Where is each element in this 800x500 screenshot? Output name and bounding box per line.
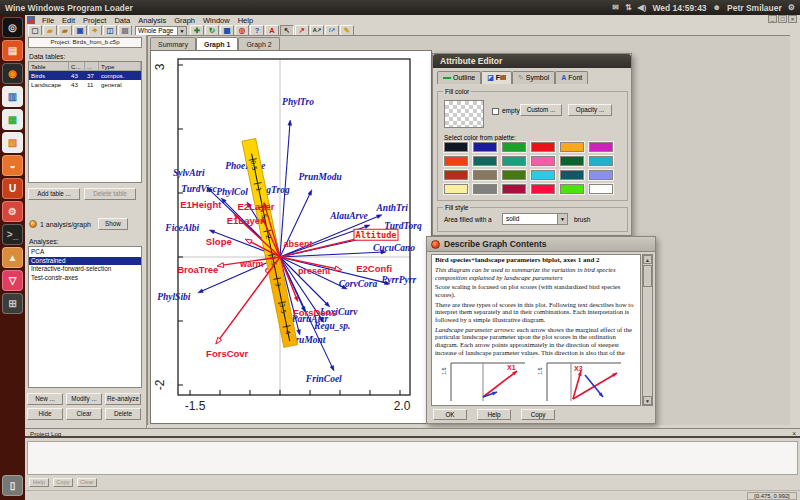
palette-swatch[interactable] (444, 170, 468, 180)
close-icon[interactable] (431, 240, 440, 249)
table-row[interactable]: Birds4337compos. (29, 71, 141, 80)
palette-swatch[interactable] (589, 170, 613, 180)
palette-swatch[interactable] (560, 156, 584, 166)
launcher-canoco[interactable]: ◎ (2, 17, 23, 38)
palette-swatch[interactable] (473, 156, 497, 166)
volume-icon[interactable]: ◀) (638, 3, 647, 12)
palette-swatch[interactable] (560, 170, 584, 180)
table-row[interactable]: Landscape4311general (29, 80, 141, 89)
describe-text-area[interactable]: Bird species+landscape parameters biplot… (431, 254, 641, 406)
palette-swatch[interactable] (531, 156, 555, 166)
clear-button[interactable]: Clear (66, 408, 102, 420)
attr-tab-outline[interactable]: Outline (437, 71, 481, 84)
zoom-combobox[interactable]: Whole Page ▼ (135, 26, 187, 36)
palette-swatch[interactable] (531, 142, 555, 152)
chevron-down-icon[interactable]: ▼ (177, 27, 186, 35)
tab-graph2[interactable]: Graph 2 (238, 37, 279, 50)
palette-swatch[interactable] (560, 184, 584, 194)
palette-swatch[interactable] (531, 184, 555, 194)
analysis-item[interactable]: Constrained (29, 257, 141, 266)
launcher-software-center[interactable]: ◒ (2, 155, 23, 176)
fill-style-select[interactable]: solid ▼ (502, 213, 568, 225)
palette-swatch[interactable] (444, 142, 468, 152)
ok-button[interactable]: OK (433, 409, 467, 420)
menu-project[interactable]: Project (79, 16, 110, 25)
palette-swatch[interactable] (589, 142, 613, 152)
palette-swatch[interactable] (531, 170, 555, 180)
palette-swatch[interactable] (589, 156, 613, 166)
ordination-biplot[interactable]: -1.52.03-2PhylTroPrunModuSylvAtriTurdVis… (151, 51, 433, 425)
show-button[interactable]: Show (98, 218, 128, 230)
delete-button[interactable]: Delete (105, 408, 141, 420)
palette-swatch[interactable] (502, 156, 526, 166)
launcher-terminal[interactable]: >_ (2, 224, 23, 245)
palette-swatch[interactable] (502, 184, 526, 194)
menu-analysis[interactable]: Analysis (134, 16, 170, 25)
launcher-firefox[interactable]: ◉ (2, 63, 23, 84)
data-tables-list[interactable]: TableC......TypeBirds4337compos.Landscap… (28, 61, 142, 183)
palette-swatch[interactable] (589, 184, 613, 194)
close-icon[interactable]: × (792, 429, 796, 438)
chevron-down-icon[interactable]: ▼ (557, 214, 567, 224)
reanalyze-button[interactable]: Re-analyze (105, 393, 141, 405)
fill-preview-swatch[interactable] (444, 100, 484, 128)
palette-swatch[interactable] (473, 142, 497, 152)
new-button[interactable]: New ... (27, 393, 63, 405)
restore-button[interactable]: □ (778, 15, 787, 23)
launcher-files[interactable]: ▤ (2, 40, 23, 61)
palette-swatch[interactable] (473, 184, 497, 194)
describe-dialog-titlebar[interactable]: Describe Graph Contents (427, 237, 655, 252)
attr-tab-font[interactable]: AFont (555, 71, 588, 84)
menu-file[interactable]: File (38, 16, 58, 25)
launcher-wine[interactable]: ▽ (2, 270, 23, 291)
scrollbar-thumb[interactable] (643, 265, 652, 287)
menu-window[interactable]: Window (199, 16, 234, 25)
close-button[interactable]: × (788, 15, 797, 23)
selected-label-altitude[interactable]: Altitude (354, 229, 398, 240)
session-gear-icon[interactable]: ⚙ (788, 3, 795, 12)
network-icon[interactable]: ⇅ (625, 3, 632, 12)
attr-tab-fill[interactable]: ◪Fill (481, 71, 512, 84)
menu-graph[interactable]: Graph (170, 16, 199, 25)
opacity-button[interactable]: Opacity ... (568, 104, 612, 116)
attribute-editor-title[interactable]: Attribute Editor (433, 54, 631, 68)
launcher-system-settings[interactable]: ⚙ (2, 201, 23, 222)
menu-help[interactable]: Help (234, 16, 257, 25)
graph-document[interactable]: -1.52.03-2PhylTroPrunModuSylvAtriTurdVis… (150, 50, 432, 424)
launcher-libreoffice-writer[interactable]: ▥ (2, 86, 23, 107)
menu-edit[interactable]: Edit (58, 16, 79, 25)
launcher-archive-manager[interactable]: ▲ (2, 247, 23, 268)
palette-swatch[interactable] (473, 170, 497, 180)
empty-checkbox[interactable] (492, 108, 499, 115)
scrollbar[interactable]: ▲ ▼ (642, 254, 653, 406)
user-menu[interactable]: Petr Smilauer (727, 3, 782, 13)
analysis-item[interactable]: PCA (29, 248, 141, 257)
launcher-ubuntu-one[interactable]: U (2, 178, 23, 199)
launcher-libreoffice-impress[interactable]: ▧ (2, 132, 23, 153)
mail-icon[interactable]: ✉ (612, 3, 619, 12)
palette-swatch[interactable] (444, 156, 468, 166)
modify-button[interactable]: Modify ... (66, 393, 102, 405)
launcher-workspace-switcher[interactable]: ⊞ (2, 293, 23, 314)
custom-color-button[interactable]: Custom ... (520, 104, 562, 116)
menu-data[interactable]: Data (110, 16, 134, 25)
attr-tab-symbol[interactable]: ✎Symbol (512, 71, 555, 84)
launcher-libreoffice-calc[interactable]: ▦ (2, 109, 23, 130)
help-button[interactable]: Help (477, 409, 511, 420)
analyses-list[interactable]: PCAConstrainedInteractive-forward-select… (28, 246, 142, 388)
copy-button[interactable]: Copy (521, 409, 555, 420)
analysis-item[interactable]: Interactive-forward-selection (29, 265, 141, 274)
minimize-button[interactable]: _ (768, 15, 777, 23)
palette-swatch[interactable] (560, 142, 584, 152)
tab-summary[interactable]: Summary (150, 37, 196, 50)
hide-button[interactable]: Hide (27, 408, 63, 420)
palette-swatch[interactable] (502, 142, 526, 152)
launcher-trash[interactable]: ▯ (2, 475, 23, 496)
clock[interactable]: Wed 14:59:43 (652, 3, 706, 13)
palette-swatch[interactable] (502, 170, 526, 180)
add-table-button[interactable]: Add table ... (28, 188, 80, 200)
project-log-content[interactable] (27, 441, 798, 475)
analysis-item[interactable]: Test-constr-axes (29, 274, 141, 283)
tab-graph1[interactable]: Graph 1 (196, 37, 238, 50)
palette-swatch[interactable] (444, 184, 468, 194)
